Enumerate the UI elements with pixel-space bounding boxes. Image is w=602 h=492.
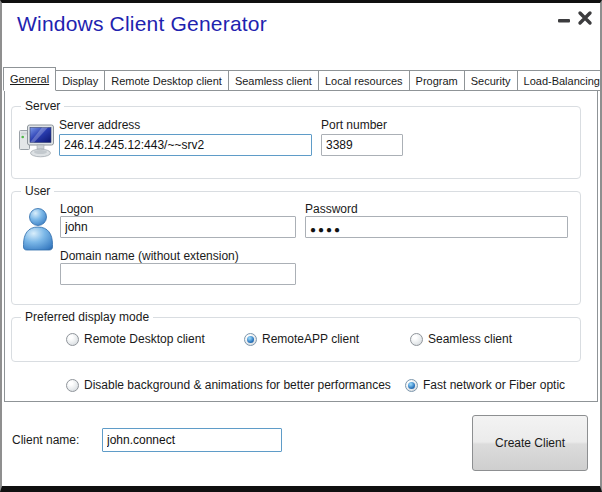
tab-display[interactable]: Display bbox=[56, 70, 105, 91]
radio-icon[interactable] bbox=[66, 379, 79, 392]
tab-local-resources[interactable]: Local resources bbox=[319, 70, 410, 91]
tab-bar: General Display Remote Desktop client Se… bbox=[4, 67, 598, 91]
minimize-icon bbox=[558, 19, 571, 23]
tab-general[interactable]: General bbox=[3, 67, 56, 91]
server-groupbox-label: Server bbox=[21, 99, 64, 113]
radio-icon[interactable] bbox=[66, 333, 79, 346]
server-address-label: Server address bbox=[59, 118, 140, 132]
tab-security[interactable]: Security bbox=[465, 70, 518, 91]
radio-selected-icon[interactable] bbox=[244, 333, 257, 346]
radio-label: Seamless client bbox=[428, 332, 512, 346]
radio-seamless-client[interactable]: Seamless client bbox=[410, 332, 512, 346]
radio-fast-network-fiber[interactable]: Fast network or Fiber optic bbox=[405, 378, 565, 392]
tab-seamless-client[interactable]: Seamless client bbox=[229, 70, 319, 91]
client-name-input[interactable] bbox=[102, 428, 282, 452]
radio-icon[interactable] bbox=[410, 333, 423, 346]
domain-name-input[interactable] bbox=[60, 263, 296, 285]
display-mode-groupbox-label: Preferred display mode bbox=[21, 310, 153, 324]
user-groupbox: User bbox=[11, 191, 581, 305]
radio-disable-background-animations[interactable]: Disable background & animations for bett… bbox=[66, 378, 391, 392]
radio-label: Remote Desktop client bbox=[84, 332, 205, 346]
window-title: Windows Client Generator bbox=[17, 12, 267, 36]
radio-selected-icon[interactable] bbox=[405, 379, 418, 392]
user-groupbox-label: User bbox=[21, 184, 54, 198]
minimize-button[interactable] bbox=[558, 18, 571, 23]
password-label: Password bbox=[305, 202, 358, 216]
radio-label: Disable background & animations for bett… bbox=[84, 378, 391, 392]
logon-input[interactable] bbox=[60, 216, 296, 238]
tab-remote-desktop-client[interactable]: Remote Desktop client bbox=[105, 70, 229, 91]
port-number-label: Port number bbox=[321, 118, 387, 132]
domain-name-label: Domain name (without extension) bbox=[60, 249, 239, 263]
tab-load-balancing[interactable]: Load-Balancing bbox=[518, 70, 602, 91]
password-input[interactable] bbox=[305, 216, 568, 238]
logon-label: Logon bbox=[60, 202, 93, 216]
radio-remote-desktop-client[interactable]: Remote Desktop client bbox=[66, 332, 205, 346]
radio-label: RemoteAPP client bbox=[262, 332, 359, 346]
close-button[interactable] bbox=[577, 10, 593, 26]
client-generator-window: Windows Client Generator General Display… bbox=[0, 0, 602, 492]
port-number-input[interactable] bbox=[321, 134, 403, 156]
client-name-label: Client name: bbox=[12, 433, 79, 447]
computer-icon bbox=[18, 123, 56, 161]
create-client-button[interactable]: Create Client bbox=[472, 415, 588, 471]
radio-label: Fast network or Fiber optic bbox=[423, 378, 565, 392]
close-icon bbox=[577, 10, 593, 26]
server-address-input[interactable] bbox=[59, 134, 312, 156]
tab-program[interactable]: Program bbox=[410, 70, 465, 91]
radio-remoteapp-client[interactable]: RemoteAPP client bbox=[244, 332, 359, 346]
user-icon bbox=[17, 206, 59, 252]
